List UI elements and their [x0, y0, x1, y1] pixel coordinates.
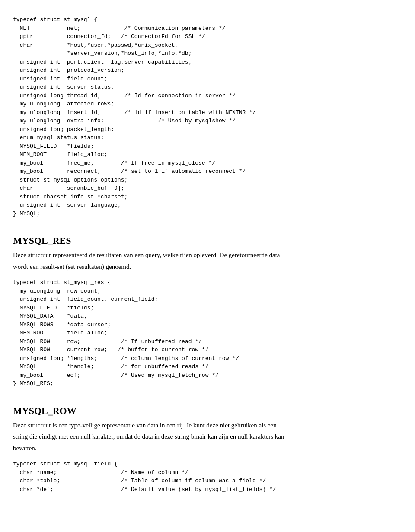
code-block-st-mysql: typedef struct st_mysql { NET net; /* Co…: [13, 16, 402, 218]
section-desc-mysql-res-1: Deze structuur representeerd de resultat…: [13, 250, 402, 260]
code-block-mysql-res: typedef struct st_mysql_res { my_ulonglo…: [13, 278, 402, 388]
code-block-mysql-row: typedef struct st_mysql_field { char *na…: [13, 460, 402, 494]
section-desc-mysql-row-3: bevatten.: [13, 443, 402, 453]
section-title-mysql-res: MYSQL_RES: [13, 233, 402, 248]
section-mysql-row: MYSQL_ROW Deze structuur is een type-vei…: [13, 404, 402, 494]
section-desc-mysql-res-2: wordt een result-set (set resultaten) ge…: [13, 262, 402, 272]
section-mysql-res: MYSQL_RES Deze structuur representeerd d…: [13, 233, 402, 388]
page-content: typedef struct st_mysql { NET net; /* Co…: [13, 16, 402, 494]
section-desc-mysql-row-2: string die eindigt met een null karakter…: [13, 432, 402, 442]
section-title-mysql-row: MYSQL_ROW: [13, 404, 402, 418]
section-desc-mysql-row-1: Deze structuur is een type-veilige repre…: [13, 421, 402, 430]
